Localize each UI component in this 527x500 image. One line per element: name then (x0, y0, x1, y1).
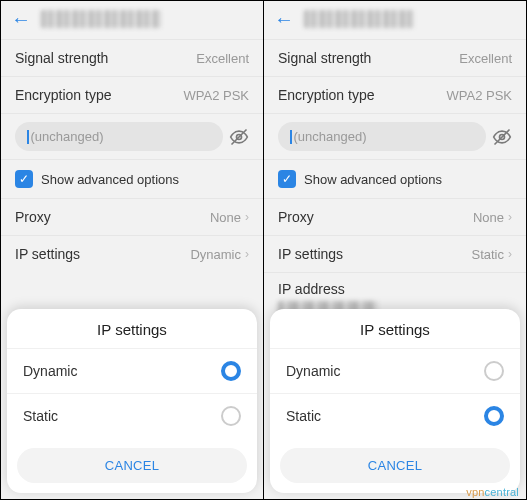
chevron-right-icon: › (245, 210, 249, 224)
radio-selected-icon[interactable] (221, 361, 241, 381)
signal-strength-value: Excellent (459, 51, 512, 66)
ip-address-label: IP address (278, 281, 512, 297)
password-placeholder: (unchanged) (294, 129, 367, 144)
proxy-row[interactable]: Proxy None › (1, 198, 263, 235)
ip-settings-row[interactable]: IP settings Dynamic › (1, 235, 263, 272)
proxy-label: Proxy (278, 209, 314, 225)
signal-strength-row: Signal strength Excellent (264, 39, 526, 76)
radio-selected-icon[interactable] (484, 406, 504, 426)
radio-unselected-icon[interactable] (484, 361, 504, 381)
advanced-options-label: Show advanced options (41, 172, 179, 187)
password-row: (unchanged) (1, 113, 263, 159)
proxy-value: None (473, 210, 504, 225)
option-dynamic[interactable]: Dynamic (7, 348, 257, 393)
ip-settings-value: Dynamic (190, 247, 241, 262)
proxy-label: Proxy (15, 209, 51, 225)
sheet-cancel-button[interactable]: CANCEL (280, 448, 510, 483)
password-placeholder: (unchanged) (31, 129, 104, 144)
password-input[interactable]: (unchanged) (278, 122, 486, 151)
signal-strength-label: Signal strength (278, 50, 371, 66)
encryption-value: WPA2 PSK (183, 88, 249, 103)
encryption-label: Encryption type (15, 87, 112, 103)
password-row: (unchanged) (264, 113, 526, 159)
ip-settings-row[interactable]: IP settings Static › (264, 235, 526, 272)
option-static[interactable]: Static (270, 393, 520, 438)
option-static-label: Static (286, 408, 321, 424)
encryption-value: WPA2 PSK (446, 88, 512, 103)
proxy-value: None (210, 210, 241, 225)
sheet-title: IP settings (7, 309, 257, 348)
proxy-row[interactable]: Proxy None › (264, 198, 526, 235)
back-icon[interactable]: ← (274, 9, 294, 29)
advanced-options-checkbox[interactable]: ✓ (278, 170, 296, 188)
sheet-cancel-button[interactable]: CANCEL (17, 448, 247, 483)
option-static-label: Static (23, 408, 58, 424)
password-input[interactable]: (unchanged) (15, 122, 223, 151)
ip-settings-value: Static (471, 247, 504, 262)
visibility-off-icon[interactable] (492, 127, 512, 147)
header: ← (264, 1, 526, 39)
signal-strength-row: Signal strength Excellent (1, 39, 263, 76)
option-dynamic-label: Dynamic (286, 363, 340, 379)
encryption-label: Encryption type (278, 87, 375, 103)
ip-settings-sheet: IP settings Dynamic Static CANCEL (270, 309, 520, 493)
ip-settings-label: IP settings (15, 246, 80, 262)
option-dynamic[interactable]: Dynamic (270, 348, 520, 393)
advanced-options-row[interactable]: ✓ Show advanced options (264, 159, 526, 198)
network-name-redacted (41, 10, 161, 28)
radio-unselected-icon[interactable] (221, 406, 241, 426)
signal-strength-value: Excellent (196, 51, 249, 66)
network-name-redacted (304, 10, 414, 28)
back-icon[interactable]: ← (11, 9, 31, 29)
advanced-options-row[interactable]: ✓ Show advanced options (1, 159, 263, 198)
text-cursor (27, 130, 29, 144)
visibility-off-icon[interactable] (229, 127, 249, 147)
sheet-title: IP settings (270, 309, 520, 348)
ip-settings-sheet: IP settings Dynamic Static CANCEL (7, 309, 257, 493)
encryption-row: Encryption type WPA2 PSK (264, 76, 526, 113)
chevron-right-icon: › (508, 247, 512, 261)
screen-static: ← Signal strength Excellent Encryption t… (263, 1, 526, 499)
chevron-right-icon: › (245, 247, 249, 261)
advanced-options-checkbox[interactable]: ✓ (15, 170, 33, 188)
signal-strength-label: Signal strength (15, 50, 108, 66)
chevron-right-icon: › (508, 210, 512, 224)
advanced-options-label: Show advanced options (304, 172, 442, 187)
text-cursor (290, 130, 292, 144)
option-dynamic-label: Dynamic (23, 363, 77, 379)
encryption-row: Encryption type WPA2 PSK (1, 76, 263, 113)
option-static[interactable]: Static (7, 393, 257, 438)
screen-dynamic: ← Signal strength Excellent Encryption t… (1, 1, 263, 499)
header: ← (1, 1, 263, 39)
ip-settings-label: IP settings (278, 246, 343, 262)
